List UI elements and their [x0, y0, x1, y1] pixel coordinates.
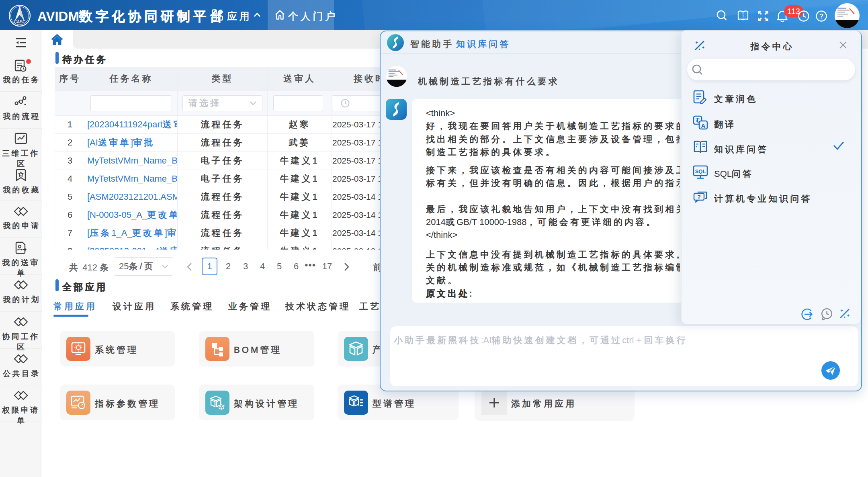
svg-text:A: A: [701, 122, 706, 129]
svg-text:?: ?: [697, 194, 701, 200]
svg-text:CASC: CASC: [14, 19, 26, 24]
svg-text:SQL: SQL: [695, 168, 706, 174]
svg-text:?: ?: [819, 12, 823, 20]
